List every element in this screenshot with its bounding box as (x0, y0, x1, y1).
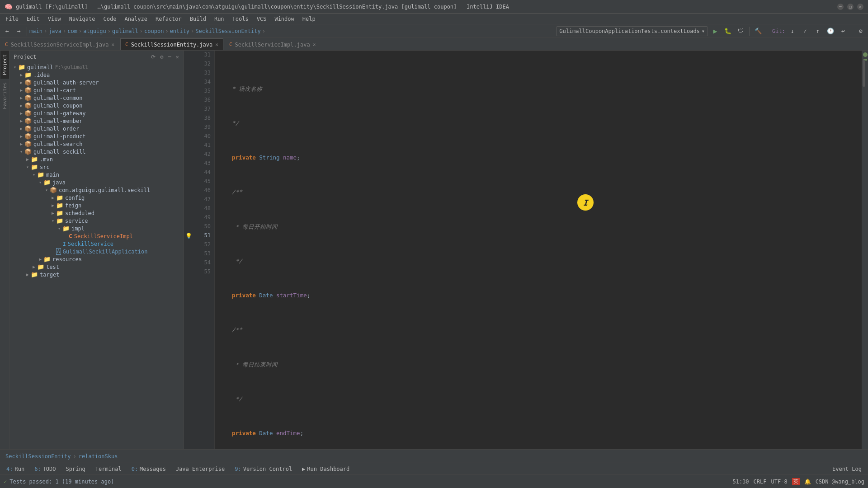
tree-service[interactable]: ▾ 📁 service (10, 217, 184, 225)
toolbar-back[interactable]: ← (2, 26, 13, 37)
tree-order[interactable]: ▶ 📦 gulimall-order (10, 125, 184, 132)
tree-seckill-service-impl[interactable]: C SeckillServiceImpl (10, 232, 184, 240)
menu-run[interactable]: Run (211, 15, 228, 23)
run-config-dropdown[interactable]: GulimallCouponApplicationTests.contextLo… (556, 26, 708, 36)
tree-auth-server[interactable]: ▶ 📦 gulimall-auth-server (10, 79, 184, 86)
tree-config[interactable]: ▶ 📁 config (10, 194, 184, 202)
tree-resources[interactable]: ▶ 📁 resources (10, 255, 184, 263)
tree-gateway[interactable]: ▶ 📦 gulimall-gateway (10, 109, 184, 117)
breadcrumb-seckillsessionentity[interactable]: SeckillSessionEntity (195, 28, 261, 34)
tab-messages[interactable]: 0: Messages (127, 464, 170, 474)
menu-build[interactable]: Build (186, 15, 210, 23)
tree-seckill-app[interactable]: A GulimallSeckillApplication (10, 248, 184, 255)
breadcrumb-atguigu[interactable]: atguigu (83, 28, 106, 34)
tree-package[interactable]: ▾ 📦 com.atguigu.gulimall.seckill (10, 186, 184, 194)
git-push[interactable]: ↑ (812, 26, 823, 37)
breadcrumb-java[interactable]: java (48, 28, 61, 34)
code-content[interactable]: * 场次名称 */ private String name; /** (215, 51, 862, 449)
project-tab[interactable]: Project (0, 51, 9, 79)
settings-button[interactable]: ⚙ (855, 26, 866, 37)
menu-help[interactable]: Help (299, 15, 319, 23)
toolbar-forward[interactable]: → (14, 26, 24, 37)
line-ending[interactable]: CRLF (754, 479, 767, 485)
expand-arrow-icon: ▶ (50, 195, 56, 200)
tree-search[interactable]: ▶ 📦 gulimall-search (10, 140, 184, 148)
menu-tools[interactable]: Tools (229, 15, 252, 23)
menu-refactor[interactable]: Refactor (152, 15, 185, 23)
tab-terminal[interactable]: Terminal (91, 464, 126, 474)
breadcrumb-entity[interactable]: entity (170, 28, 189, 34)
tab-run[interactable]: 4: Run (2, 464, 29, 474)
tree-idea[interactable]: ▶ 📁 .idea (10, 71, 184, 79)
tree-coupon[interactable]: ▶ 📦 gulimall-coupon (10, 102, 184, 109)
event-log-label: Event Log (832, 466, 862, 472)
tree-feign[interactable]: ▶ 📁 feign (10, 202, 184, 209)
tab-seckill-session-entity[interactable]: C SeckillSessionEntity.java ✕ (120, 38, 223, 50)
breadcrumb-gulimall[interactable]: gulimall (112, 28, 138, 34)
tree-seckill[interactable]: ▾ 📦 gulimall-seckill (10, 148, 184, 155)
coverage-button[interactable]: 🛡 (735, 26, 746, 37)
menu-navigate[interactable]: Navigate (66, 15, 99, 23)
git-revert[interactable]: ↩ (838, 26, 849, 37)
tree-target[interactable]: ▶ 📁 target (10, 271, 184, 278)
breadcrumb-class[interactable]: SeckillSessionEntity (5, 453, 71, 460)
tab-run-dashboard[interactable]: ▶ Run Dashboard (297, 464, 354, 474)
gear-icon[interactable]: ⚙ (159, 53, 164, 61)
tab-close-icon[interactable]: ✕ (215, 42, 218, 47)
git-history[interactable]: 🕐 (825, 26, 836, 37)
encoding[interactable]: UTF-8 (771, 479, 788, 485)
code-container[interactable]: 💡 31 32 33 34 35 36 37 38 39 40 41 42 (184, 51, 868, 449)
tree-mvn[interactable]: ▶ 📁 .mvn (10, 155, 184, 163)
tree-src[interactable]: ▾ 📁 src (10, 163, 184, 171)
git-commit[interactable]: ✓ (800, 26, 811, 37)
tab-seckill-session-service-impl[interactable]: C SeckillSessionServiceImpl.java ✕ (0, 38, 119, 50)
collapse-icon[interactable]: ─ (167, 53, 172, 61)
tab-version-control[interactable]: 9: Version Control (230, 464, 297, 474)
breadcrumb-main[interactable]: main (29, 28, 42, 34)
tree-gulimall[interactable]: ▾ 📁 gulimall F:\gulimall (10, 63, 184, 71)
breadcrumb-method[interactable]: relationSkus (79, 453, 118, 460)
menu-window[interactable]: Window (271, 15, 297, 23)
tab-close-icon[interactable]: ✕ (111, 42, 114, 47)
menu-code[interactable]: Code (100, 15, 120, 23)
tab-java-enterprise[interactable]: Java Enterprise (171, 464, 229, 474)
close-button[interactable]: ✕ (857, 4, 863, 10)
favorites-tab[interactable]: Favorites (0, 79, 9, 113)
sync-icon[interactable]: ⟳ (150, 53, 156, 61)
tab-event-log[interactable]: Event Log (828, 464, 866, 474)
tab-seckill-service-impl[interactable]: C SeckillServiceImpl.java ✕ (224, 38, 321, 50)
scrollbar-thumb[interactable] (863, 60, 865, 87)
tab-close-icon[interactable]: ✕ (313, 42, 316, 47)
input-method[interactable]: 英 (792, 478, 800, 485)
close-sidebar-icon[interactable]: ✕ (175, 53, 180, 61)
tree-product[interactable]: ▶ 📦 gulimall-product (10, 132, 184, 140)
tree-seckill-service[interactable]: I SeckillService (10, 240, 184, 248)
run-button[interactable]: ▶ (710, 26, 721, 37)
tree-impl[interactable]: ▾ 📁 impl (10, 225, 184, 232)
debug-button[interactable]: 🐛 (722, 26, 733, 37)
tree-test[interactable]: ▶ 📁 test (10, 263, 184, 271)
maximize-button[interactable]: □ (847, 4, 854, 10)
right-stripe[interactable] (862, 51, 868, 449)
window-controls[interactable]: ─ □ ✕ (837, 4, 863, 10)
git-update[interactable]: ↓ (787, 26, 798, 37)
tree-java[interactable]: ▾ 📁 java (10, 178, 184, 186)
tree-cart[interactable]: ▶ 📦 gulimall-cart (10, 86, 184, 94)
breadcrumb-com[interactable]: com (67, 28, 77, 34)
breadcrumb-coupon[interactable]: coupon (144, 28, 164, 34)
build-button[interactable]: 🔨 (753, 26, 764, 37)
tree-member[interactable]: ▶ 📦 gulimall-member (10, 117, 184, 125)
tree-main[interactable]: ▾ 📁 main (10, 171, 184, 178)
tree-scheduled[interactable]: ▶ 📁 scheduled (10, 209, 184, 217)
menu-view[interactable]: View (44, 15, 65, 23)
minimize-button[interactable]: ─ (837, 4, 844, 10)
tree-common[interactable]: ▶ 📦 gulimall-common (10, 94, 184, 102)
tab-spring[interactable]: Spring (61, 464, 90, 474)
menu-file[interactable]: File (2, 15, 22, 23)
cursor-position[interactable]: 51:30 (732, 479, 749, 485)
folder-icon: 📁 (37, 263, 44, 270)
menu-vcs[interactable]: VCS (253, 15, 270, 23)
menu-edit[interactable]: Edit (23, 15, 43, 23)
tab-todo[interactable]: 6: TODO (30, 464, 60, 474)
menu-analyze[interactable]: Analyze (121, 15, 151, 23)
